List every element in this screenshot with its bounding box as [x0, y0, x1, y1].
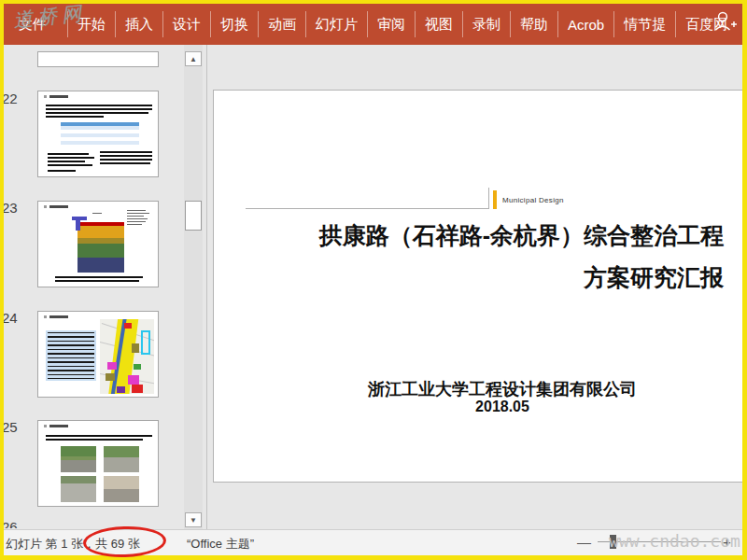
thumb-photo: [104, 476, 139, 502]
ribbon: 文件 开始 插入 设计 切换 动画 幻灯片 审阅 视图 录制 帮助 Acrob …: [4, 4, 742, 45]
window-border: [0, 0, 4, 560]
tab-transitions[interactable]: 切换: [210, 11, 258, 37]
status-theme-label: “Office 主题”: [187, 536, 254, 553]
watermark-bottom-right: www.cndao.com: [609, 531, 740, 551]
status-slide-position: 幻灯片 第 1 张，: [6, 537, 95, 551]
slide-rule-corner: [488, 188, 489, 209]
thumb-chart: [78, 222, 124, 273]
tab-review[interactable]: 审阅: [367, 11, 415, 37]
thumb-header-decoration: [44, 315, 68, 318]
thumb-photo: [104, 446, 139, 472]
slide-title-line2[interactable]: 方案研究汇报: [270, 262, 724, 293]
tab-storyboard[interactable]: 情节提: [613, 11, 675, 37]
brand-label: Municipal Design: [502, 196, 564, 204]
thumb-table: [61, 122, 139, 148]
window-border: [0, 0, 747, 4]
slide-date[interactable]: 2018.05: [262, 399, 742, 415]
thumb-header-decoration: [44, 205, 68, 208]
slide-number-label: 25: [2, 419, 34, 435]
zoom-out-button[interactable]: —: [577, 534, 591, 550]
thumb-text-block: [46, 330, 96, 381]
slide-thumbnail-23[interactable]: [37, 201, 159, 287]
account-share-button[interactable]: [712, 9, 740, 34]
gold-accent-bar: [493, 190, 497, 209]
sidebar-scrollbar-down-button[interactable]: ▼: [185, 512, 202, 527]
tab-slideshow[interactable]: 幻灯片: [305, 11, 367, 37]
thumb-photo: [61, 446, 96, 472]
slide-number-label: 23: [2, 200, 34, 216]
slide-thumbnail-21-partial[interactable]: [37, 51, 159, 67]
tab-animations[interactable]: 动画: [258, 11, 305, 37]
tab-insert[interactable]: 插入: [115, 11, 162, 37]
slide-number-label-partial: 26: [2, 519, 34, 528]
sidebar-scrollbar-track[interactable]: [184, 45, 203, 529]
slide-rule-line: [246, 208, 488, 209]
slide-thumbnail-24[interactable]: [37, 311, 159, 398]
tab-acrobat[interactable]: Acrob: [557, 11, 613, 37]
sidebar-scrollbar-up-button[interactable]: ▲: [185, 51, 202, 66]
tab-help[interactable]: 帮助: [510, 11, 557, 37]
panel-divider: [206, 45, 207, 529]
slide-thumbnail-25[interactable]: [37, 420, 159, 507]
thumb-map: [100, 319, 154, 394]
tab-view[interactable]: 视图: [415, 11, 462, 37]
thumb-header-decoration: [44, 95, 68, 98]
window-border: [742, 0, 747, 560]
tab-record[interactable]: 录制: [462, 11, 510, 37]
slide-canvas[interactable]: Municipal Design 拱康路（石祥路-余杭界）综合整治工程 方案研究…: [213, 90, 742, 483]
sidebar-scrollbar-thumb[interactable]: [185, 201, 202, 231]
tab-design[interactable]: 设计: [162, 11, 210, 37]
slide-thumbnail-22[interactable]: [37, 91, 159, 177]
thumb-header-decoration: [44, 425, 68, 427]
slide-title-line1[interactable]: 拱康路（石祥路-余杭界）综合整治工程: [270, 220, 724, 251]
slide-number-label: 22: [2, 91, 34, 106]
map-highlight-rect: [141, 330, 150, 355]
slide-number-label: 24: [2, 310, 34, 326]
thumb-photo: [61, 476, 96, 502]
slide-company[interactable]: 浙江工业大学工程设计集团有限公司: [262, 378, 742, 400]
